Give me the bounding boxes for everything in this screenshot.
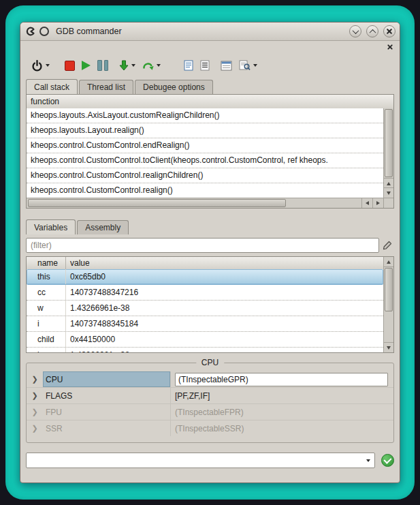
scroll-right-button[interactable] — [372, 198, 383, 208]
tab-call-stack[interactable]: Call stack — [26, 79, 78, 94]
cpu-row[interactable]: ❯ FLAGS [PF,ZF,IF] — [27, 388, 393, 404]
send-command-button[interactable] — [381, 454, 394, 467]
stop-button[interactable] — [65, 57, 75, 74]
callstack-row[interactable]: kheops.layouts.AxisLayout.customRealignC… — [27, 108, 383, 123]
register-group-name[interactable]: CPU — [43, 371, 171, 387]
scroll-down-button[interactable] — [384, 187, 393, 198]
callstack-row[interactable]: kheops.control.CustomControl.toClient(kh… — [27, 153, 383, 168]
callstack-row[interactable]: kheops.control.CustomControl.endRealign(… — [27, 138, 383, 153]
step-in-button[interactable] — [119, 57, 135, 74]
tab-debugee-options[interactable]: Debugee options — [135, 80, 213, 94]
register-group-name[interactable]: FPU — [43, 404, 171, 420]
value-column-header[interactable]: value — [66, 257, 393, 269]
down-arrow-icon — [387, 192, 391, 195]
variable-row[interactable]: this 0xc65db0 — [27, 269, 383, 285]
callstack-row[interactable]: kheops.layouts.Layout.realign() — [27, 123, 383, 138]
step-over-button[interactable] — [142, 57, 161, 74]
register-group-name[interactable]: SSR — [43, 420, 171, 436]
scroll-up-button[interactable] — [384, 257, 393, 267]
tab-thread-list[interactable]: Thread list — [79, 80, 133, 94]
callstack-column-header[interactable]: function — [27, 95, 393, 109]
name-column-header[interactable]: name — [27, 257, 66, 269]
scrollbar-thumb[interactable] — [28, 199, 286, 207]
register-group-value: (TInspectableFPR) — [171, 404, 393, 420]
call-stack-panel: function kheops.layouts.AxisLayout.custo… — [26, 94, 394, 209]
cpu-row[interactable]: ❯ FPU (TInspectableFPR) — [27, 404, 393, 420]
dropdown-arrow-icon — [253, 64, 257, 67]
power-icon — [31, 60, 43, 72]
gdb-command-combobox[interactable] — [26, 453, 375, 468]
expand-arrow-icon[interactable]: ❯ — [27, 375, 43, 384]
up-arrow-icon — [387, 260, 391, 264]
callstack-row[interactable]: kheops.control.CustomControl.realign() — [27, 183, 383, 198]
context-help-icon[interactable] — [39, 27, 49, 36]
stack-tabbar: Call stack Thread list Debugee options — [20, 78, 400, 94]
variable-value: 0x44150000 — [66, 332, 383, 347]
memory-button[interactable] — [239, 57, 257, 74]
variable-value: 1.43266961e-38 — [66, 301, 383, 316]
variable-row[interactable]: cc 140737488347216 — [27, 285, 383, 301]
titlebar[interactable]: GDB commander — [20, 22, 400, 41]
run-button[interactable] — [82, 57, 91, 74]
variables-panel: name value this 0xc65db0 cc 140737488347… — [26, 256, 394, 353]
debug-toolbar — [20, 53, 400, 78]
list-icon — [200, 60, 210, 71]
decorative-frame: GDB commander — [5, 5, 415, 500]
pause-button[interactable] — [97, 57, 108, 74]
callstack-vertical-scrollbar[interactable] — [383, 108, 393, 198]
dock-close-button[interactable] — [387, 44, 393, 50]
scroll-left-button[interactable] — [361, 198, 372, 208]
variable-row[interactable]: w 1.43266961e-38 — [27, 301, 383, 316]
scrollbar-thumb[interactable] — [385, 268, 393, 311]
tab-variables[interactable]: Variables — [26, 219, 76, 234]
variable-row[interactable]: b 1.43266961e-38 — [27, 348, 383, 352]
scrollbar-thumb[interactable] — [385, 109, 393, 177]
step-over-icon — [142, 60, 154, 71]
gdb-command-input[interactable] — [27, 454, 361, 467]
value-editor[interactable]: (TInspectableGPR) — [175, 373, 388, 386]
editor-button[interactable] — [184, 57, 193, 74]
register-group-value: (TInspectableGPR) — [171, 371, 393, 387]
register-group-value: (TInspectableSSR) — [171, 420, 393, 436]
filter-options-icon[interactable] — [379, 241, 394, 251]
close-button[interactable] — [383, 25, 395, 37]
list-button[interactable] — [200, 57, 210, 74]
scrollbar-corner — [383, 198, 393, 208]
callstack-horizontal-scrollbar[interactable] — [27, 198, 383, 208]
right-arrow-icon — [376, 201, 380, 205]
filter-row — [26, 237, 394, 254]
register-group-name[interactable]: FLAGS — [43, 388, 171, 403]
variable-row[interactable]: child 0x44150000 — [27, 332, 383, 348]
shade-button[interactable] — [349, 25, 361, 37]
expand-arrow-icon[interactable]: ❯ — [27, 408, 43, 416]
stop-icon — [65, 61, 75, 71]
variables-rows: this 0xc65db0 cc 140737488347216 w 1.432… — [27, 269, 383, 352]
watch-window-button[interactable] — [221, 57, 232, 74]
cpu-row[interactable]: ❯ CPU (TInspectableGPR) — [27, 371, 393, 388]
app-icon — [25, 25, 37, 37]
variable-row[interactable]: i 140737488345184 — [27, 316, 383, 332]
variables-vertical-scrollbar[interactable] — [383, 257, 393, 352]
dropdown-arrow-icon — [131, 64, 135, 67]
power-button[interactable] — [31, 57, 50, 74]
scroll-down-button[interactable] — [384, 342, 393, 352]
filter-input[interactable] — [26, 238, 379, 253]
callstack-row[interactable]: kheops.control.CustomControl.realignChil… — [27, 168, 383, 183]
combo-dropdown-icon[interactable] — [366, 459, 370, 462]
scroll-up-button[interactable] — [384, 178, 393, 188]
dropdown-arrow-icon — [157, 64, 161, 67]
expand-arrow-icon[interactable]: ❯ — [27, 424, 43, 433]
magnifier-document-icon — [239, 60, 251, 71]
close-icon — [387, 44, 393, 50]
maximize-button[interactable] — [366, 25, 378, 37]
variable-name: child — [27, 332, 66, 347]
down-arrow-icon — [387, 346, 391, 350]
dropdown-arrow-icon — [46, 64, 50, 67]
variable-name: b — [27, 348, 66, 352]
variables-header: name value — [27, 257, 393, 270]
cpu-row[interactable]: ❯ SSR (TInspectableSSR) — [27, 420, 393, 436]
expand-arrow-icon[interactable]: ❯ — [27, 391, 43, 400]
tab-assembly[interactable]: Assembly — [77, 220, 129, 234]
left-arrow-icon — [366, 201, 369, 205]
pause-icon — [97, 60, 108, 71]
